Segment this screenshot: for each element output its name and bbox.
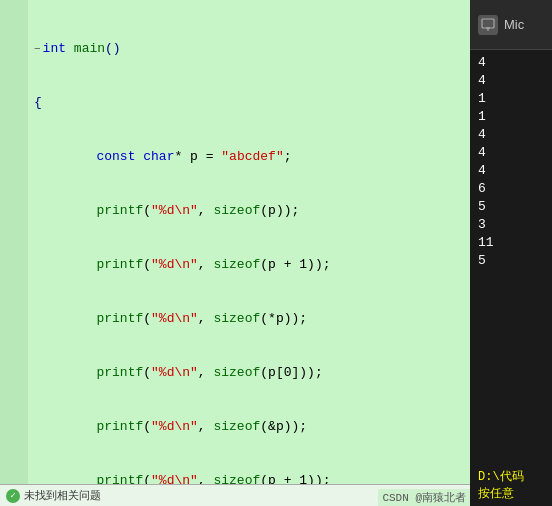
output-title: Mic <box>504 17 524 32</box>
output-bottom: D:\代码 按任意 <box>470 464 552 506</box>
code-line: printf("%d\n", sizeof(*p)); <box>34 310 464 328</box>
output-line: 1 <box>478 108 544 126</box>
code-line: printf("%d\n", sizeof(p)); <box>34 202 464 220</box>
main-container: −int main() { const char* p = "abcdef"; … <box>0 0 552 506</box>
output-line: 4 <box>478 72 544 90</box>
code-line: printf("%d\n", sizeof(p + 1)); <box>34 472 464 484</box>
output-panel: Mic 4 4 1 1 4 4 4 6 5 3 11 5 D:\代码 按任意 <box>470 0 552 506</box>
keyword-int: int <box>43 40 66 58</box>
cmd-path: D:\代码 <box>478 468 544 485</box>
watermark: CSDN @南猿北者 <box>378 489 470 506</box>
output-line: 4 <box>478 126 544 144</box>
line-numbers <box>0 0 28 484</box>
code-content: −int main() { const char* p = "abcdef"; … <box>28 0 470 484</box>
code-area: −int main() { const char* p = "abcdef"; … <box>0 0 470 484</box>
code-line: const char* p = "abcdef"; <box>34 148 464 166</box>
collapse-icon[interactable]: − <box>34 40 41 58</box>
output-icon <box>478 15 498 35</box>
status-icon: ✓ <box>6 489 20 503</box>
output-line: 11 <box>478 234 544 252</box>
output-header: Mic <box>470 0 552 50</box>
output-line: 1 <box>478 90 544 108</box>
status-text: 未找到相关问题 <box>24 488 101 503</box>
output-line: 5 <box>478 198 544 216</box>
output-line: 4 <box>478 162 544 180</box>
code-line: printf("%d\n", sizeof(p[0])); <box>34 364 464 382</box>
output-line: 5 <box>478 252 544 270</box>
code-line: printf("%d\n", sizeof(&p)); <box>34 418 464 436</box>
output-line: 3 <box>478 216 544 234</box>
code-line: printf("%d\n", sizeof(p + 1)); <box>34 256 464 274</box>
code-panel: −int main() { const char* p = "abcdef"; … <box>0 0 470 506</box>
output-numbers: 4 4 1 1 4 4 4 6 5 3 11 5 <box>470 50 552 464</box>
svg-rect-0 <box>482 19 494 28</box>
output-line: 4 <box>478 54 544 72</box>
output-line: 6 <box>478 180 544 198</box>
cmd-prompt: 按任意 <box>478 485 544 502</box>
output-line: 4 <box>478 144 544 162</box>
code-line: { <box>34 94 464 112</box>
code-line: −int main() <box>34 40 464 58</box>
